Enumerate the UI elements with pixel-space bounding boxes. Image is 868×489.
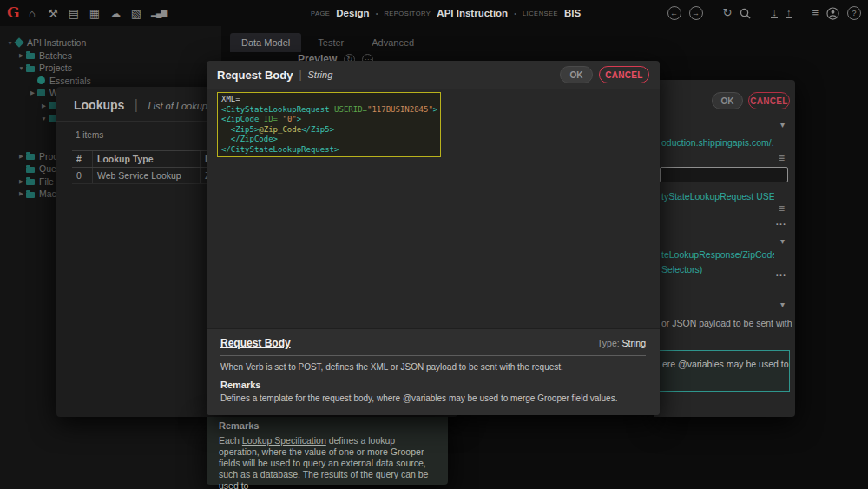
sidebar-item-projects[interactable]: ▼Projects bbox=[0, 62, 221, 75]
divider bbox=[220, 355, 646, 356]
request-body-dialog: Request Body | String OK CANCEL XML=<Cit… bbox=[207, 61, 660, 415]
code-line: <Zip5>@Zip_Code</Zip5> bbox=[221, 125, 437, 135]
ellipsis-button[interactable]: ... bbox=[776, 268, 786, 278]
code-line: XML= bbox=[221, 95, 437, 105]
export-icon[interactable]: ▧ bbox=[130, 7, 142, 20]
expand-arrow-icon[interactable]: ▶ bbox=[16, 178, 26, 185]
tree-item-label: Proc bbox=[39, 151, 58, 162]
folder-icon bbox=[26, 167, 35, 173]
code-token: </ZipCode> bbox=[231, 135, 278, 143]
collapse-arrow-icon[interactable]: ▼ bbox=[39, 116, 49, 122]
doc-summary: When Verb is set to POST, defines the XM… bbox=[220, 362, 646, 372]
chevron-down-icon[interactable] bbox=[780, 236, 785, 246]
stats-icon[interactable]: ▂▄▆ bbox=[151, 9, 166, 17]
search-icon[interactable] bbox=[740, 8, 751, 19]
licensee-value[interactable]: BIS bbox=[564, 8, 581, 18]
dialog-title: Request Body bbox=[217, 69, 293, 82]
service-url-value[interactable]: oduction.shippingapis.com/... bbox=[661, 137, 774, 148]
code-token: <ZipCode bbox=[221, 115, 259, 123]
batch-icon[interactable]: ▦ bbox=[89, 7, 101, 20]
folder-icon bbox=[26, 154, 35, 160]
request-body-code-editor[interactable]: XML=<CityStateLookupRequest USERID="117B… bbox=[217, 92, 441, 157]
variables-hint-text: ere @variables may be used to bbox=[662, 359, 789, 369]
repository-label: REPOSITORY bbox=[384, 10, 431, 17]
tab-data-model[interactable]: Data Model bbox=[230, 33, 301, 52]
tab-tester[interactable]: Tester bbox=[306, 33, 355, 52]
title-separator: | bbox=[299, 69, 301, 81]
grooper-logo[interactable]: G bbox=[7, 3, 20, 21]
expand-arrow-icon[interactable]: ▶ bbox=[28, 89, 37, 96]
code-token: @Zip_Code bbox=[259, 125, 301, 134]
save-icon[interactable]: ▤ bbox=[68, 7, 80, 20]
cancel-button[interactable]: CANCEL bbox=[599, 66, 649, 83]
type-value: String bbox=[622, 338, 646, 348]
collapse-arrow-icon[interactable]: ▼ bbox=[16, 65, 26, 71]
ok-button[interactable]: OK bbox=[712, 92, 743, 109]
title-separator: | bbox=[135, 97, 138, 112]
forward-icon[interactable]: → bbox=[689, 6, 703, 20]
selectors-value[interactable]: Selectors) bbox=[661, 264, 702, 274]
response-path-value[interactable]: teLookupResponse/ZipCode bbox=[661, 249, 774, 260]
code-token: "117BUSIN2845" bbox=[367, 105, 433, 114]
expand-arrow-icon[interactable]: ▶ bbox=[39, 102, 49, 109]
layers-icon[interactable]: ≡ bbox=[812, 7, 819, 19]
code-token: ID= bbox=[264, 115, 278, 123]
request-body-value[interactable]: tyStateLookupRequest USER... bbox=[661, 191, 774, 202]
focused-property-editor[interactable]: ere @variables may be used to bbox=[656, 350, 790, 392]
ellipsis-button[interactable]: ... bbox=[776, 216, 786, 227]
property-documentation: Request Body Type: String When Verb is s… bbox=[207, 328, 660, 415]
chevron-down-icon[interactable] bbox=[780, 120, 785, 129]
dialog-header: Request Body | String OK CANCEL bbox=[207, 61, 660, 89]
help-icon[interactable]: ? bbox=[847, 6, 861, 20]
sidebar-item-batches[interactable]: ▶Batches bbox=[0, 50, 221, 63]
code-token: > bbox=[297, 115, 301, 123]
back-icon[interactable]: ← bbox=[667, 6, 681, 20]
chevron-down-icon[interactable] bbox=[780, 300, 785, 309]
node-icon bbox=[49, 102, 56, 109]
table-cell: Web Service Lookup bbox=[93, 168, 201, 183]
ok-button[interactable]: OK bbox=[560, 66, 593, 83]
drag-handle-icon[interactable] bbox=[779, 152, 785, 164]
column-header[interactable]: # bbox=[72, 151, 93, 167]
remarks-heading: Remarks bbox=[219, 420, 436, 431]
drag-handle-icon[interactable] bbox=[779, 202, 785, 215]
payload-hint-text: or JSON payload to be sent with bbox=[661, 318, 792, 328]
dialog-subtitle: String bbox=[308, 69, 333, 80]
expand-arrow-icon[interactable]: ▶ bbox=[16, 190, 26, 197]
node-icon bbox=[49, 115, 56, 122]
code-line: </CityStateLookupRequest> bbox=[221, 145, 437, 155]
tools-icon[interactable]: ⚒ bbox=[47, 7, 59, 20]
code-token: XML= bbox=[221, 95, 240, 103]
code-line: </ZipCode> bbox=[221, 135, 437, 145]
code-token: "0" bbox=[282, 115, 296, 123]
tree-item-label: Essentials bbox=[49, 76, 91, 86]
lookup-specification-link[interactable]: Lookup Specification bbox=[242, 435, 326, 446]
code-editor-area[interactable]: XML=<CityStateLookupRequest USERID="117B… bbox=[207, 89, 660, 328]
collapse-arrow-icon[interactable]: ▼ bbox=[5, 40, 15, 46]
page-label: PAGE bbox=[311, 10, 330, 17]
user-icon[interactable] bbox=[826, 7, 839, 20]
licensee-label: LICENSEE bbox=[523, 10, 558, 17]
sidebar-item-essentials[interactable]: Essentials bbox=[0, 75, 221, 88]
tab-advanced[interactable]: Advanced bbox=[360, 33, 425, 52]
sidebar-item-api-instruction[interactable]: ▼API Instruction bbox=[0, 36, 221, 50]
expand-arrow-icon[interactable]: ▶ bbox=[16, 52, 26, 59]
code-token bbox=[221, 125, 231, 134]
refresh-icon[interactable]: ↻ bbox=[723, 7, 733, 19]
code-token: </CityStateLookupRequest> bbox=[221, 145, 339, 154]
globe-icon bbox=[37, 76, 45, 84]
repository-value[interactable]: API Instruction bbox=[437, 8, 508, 18]
download-icon[interactable]: ↓ bbox=[771, 8, 778, 18]
expand-arrow-icon[interactable]: ▶ bbox=[16, 153, 26, 160]
column-header[interactable]: Lookup Type bbox=[93, 151, 201, 167]
code-token bbox=[221, 135, 231, 143]
cube-icon bbox=[14, 38, 23, 48]
folder-icon bbox=[26, 66, 35, 72]
cancel-button[interactable]: CANCEL bbox=[748, 92, 790, 109]
property-input[interactable] bbox=[660, 167, 788, 182]
page-value[interactable]: Design bbox=[336, 8, 369, 18]
upload-icon[interactable]: ↑ bbox=[786, 8, 792, 18]
home-icon[interactable]: ⌂ bbox=[26, 7, 38, 20]
cloud-icon[interactable]: ☁ bbox=[109, 7, 122, 20]
folder-icon bbox=[26, 179, 35, 185]
